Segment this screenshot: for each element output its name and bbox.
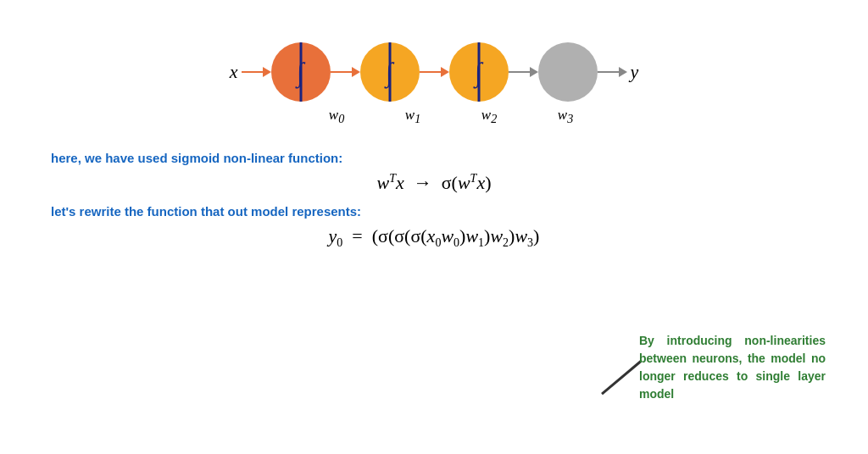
sigmoid-1: ∫: [297, 57, 304, 88]
neural-network-diagram: x ∫: [51, 25, 817, 136]
weight-label-1: w1: [375, 107, 451, 126]
sigmoid-3: ∫: [475, 57, 482, 88]
sigmoid-section: here, we have used sigmoid non-linear fu…: [51, 151, 817, 194]
neuron-3: ∫: [449, 42, 509, 102]
rewrite-label: let's rewrite the function that out mode…: [51, 204, 817, 219]
neuron-3-wrapper: ∫: [449, 42, 509, 102]
weight-label-2: w2: [451, 107, 527, 126]
annotation-text: By introducing non-linearities between n…: [639, 334, 826, 401]
rewrite-section: let's rewrite the function that out mode…: [51, 204, 817, 250]
arrow-to-y: [598, 67, 627, 77]
arrow-n2-to-n3: [420, 67, 449, 77]
weight-label-0: w0: [298, 107, 375, 126]
main-container: x ∫: [0, 0, 868, 454]
neuron-2-wrapper: ∫: [360, 42, 420, 102]
rewrite-formula: y0 = (σ(σ(σ(x0w0)w1)w2)w3): [51, 225, 817, 250]
neuron-4: [538, 42, 598, 102]
neuron-1: ∫: [271, 42, 331, 102]
arrow-n1-to-n2: [331, 67, 360, 77]
neuron-4-wrapper: [538, 42, 598, 102]
neuron-1-wrapper: ∫: [271, 42, 331, 102]
weight-label-3: w3: [527, 107, 604, 126]
sigmoid-label: here, we have used sigmoid non-linear fu…: [51, 151, 817, 165]
neuron-2: ∫: [360, 42, 420, 102]
arrow-n3-to-n4: [509, 67, 538, 77]
arrow-x-to-n1: [242, 67, 271, 77]
sigmoid-2: ∫: [386, 57, 393, 88]
y-output-label: y: [631, 61, 639, 83]
annotation-box: By introducing non-linearities between n…: [639, 332, 826, 403]
x-input-label: x: [230, 61, 238, 83]
sigmoid-formula: wTx → σ(wTx): [51, 172, 817, 194]
annotation-line: [601, 360, 642, 395]
